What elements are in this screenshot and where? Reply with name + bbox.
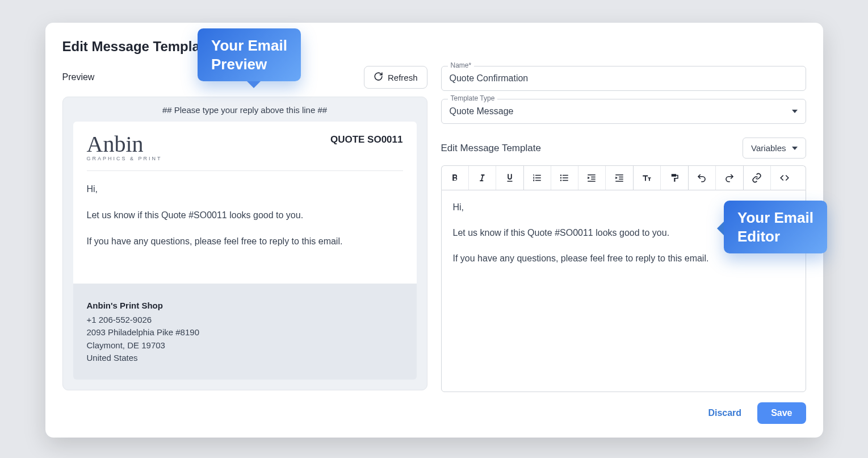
editor-header: Edit Message Template Variables: [441, 138, 806, 159]
outdent-button[interactable]: [578, 166, 606, 190]
preview-column: Preview Refresh ## Please type your repl…: [62, 66, 427, 424]
variables-label: Variables: [751, 143, 786, 153]
underline-button[interactable]: [496, 166, 523, 190]
email-line: Hi,: [87, 182, 403, 196]
chevron-down-icon: [792, 110, 798, 113]
template-type-select[interactable]: Quote Message: [441, 99, 806, 124]
email-preview-body: Anbin GRAPHICS & PRINT QUOTE SO0011 Hi, …: [73, 122, 417, 284]
editor-toolbar: [441, 165, 806, 190]
email-body: Hi, Let us know if this Quote #SO0011 lo…: [87, 182, 403, 248]
two-column-layout: Preview Refresh ## Please type your repl…: [62, 66, 806, 424]
redo-button[interactable]: [716, 166, 743, 190]
shop-phone: +1 206-552-9026: [87, 314, 403, 327]
svg-point-2: [560, 180, 561, 181]
email-footer: Anbin's Print Shop +1 206-552-9026 2093 …: [73, 284, 417, 380]
text-size-button[interactable]: [634, 166, 661, 190]
logo-text: Anbin: [87, 134, 162, 155]
format-paint-button[interactable]: [661, 166, 688, 190]
email-header: Anbin GRAPHICS & PRINT QUOTE SO0011: [87, 134, 403, 171]
logo-subtext: GRAPHICS & PRINT: [87, 156, 162, 161]
type-field-group: Template Type Quote Message: [441, 99, 806, 124]
callout-editor: Your Email Editor: [724, 201, 827, 253]
type-value: Quote Message: [450, 106, 514, 116]
ordered-list-button[interactable]: [524, 166, 551, 190]
shop-name: Anbin's Print Shop: [87, 299, 403, 313]
link-button[interactable]: [744, 166, 771, 190]
chevron-down-icon: [792, 147, 798, 150]
name-field-group: Name*: [441, 66, 806, 91]
refresh-icon: [374, 72, 383, 83]
form-actions: Discard Save: [441, 402, 806, 424]
logo: Anbin GRAPHICS & PRINT: [87, 134, 162, 161]
bold-button[interactable]: [442, 166, 469, 190]
editor-line: If you have any questions, please feel f…: [453, 252, 794, 265]
svg-point-0: [560, 174, 561, 176]
name-input[interactable]: [441, 66, 806, 91]
indent-button[interactable]: [606, 166, 633, 190]
preview-label: Preview: [62, 72, 95, 82]
page-title: Edit Message Template: [62, 39, 806, 55]
shop-country: United States: [87, 352, 403, 365]
undo-button[interactable]: [689, 166, 716, 190]
reply-boundary-line: ## Please type your reply above this lin…: [63, 97, 427, 122]
edit-template-card: Edit Message Template Preview Refresh ##…: [45, 23, 823, 438]
refresh-button[interactable]: Refresh: [364, 66, 427, 89]
shop-addr2: Claymont, DE 19703: [87, 339, 403, 352]
preview-box: ## Please type your reply above this lin…: [62, 97, 427, 390]
editor-title: Edit Message Template: [441, 143, 541, 154]
type-label: Template Type: [448, 94, 498, 102]
save-button[interactable]: Save: [757, 402, 806, 424]
quote-number: QUOTE SO0011: [330, 134, 403, 145]
variables-button[interactable]: Variables: [743, 138, 806, 159]
email-line: Let us know if this Quote #SO0011 looks …: [87, 209, 403, 222]
email-line: If you have any questions, please feel f…: [87, 235, 403, 248]
name-label: Name*: [448, 61, 475, 69]
refresh-label: Refresh: [388, 73, 418, 82]
shop-addr1: 2093 Philadelphia Pike #8190: [87, 326, 403, 339]
callout-preview: Your Email Preview: [198, 28, 301, 81]
italic-button[interactable]: [469, 166, 496, 190]
code-button[interactable]: [771, 166, 798, 190]
unordered-list-button[interactable]: [551, 166, 578, 190]
svg-point-1: [560, 177, 561, 178]
discard-button[interactable]: Discard: [703, 402, 746, 424]
